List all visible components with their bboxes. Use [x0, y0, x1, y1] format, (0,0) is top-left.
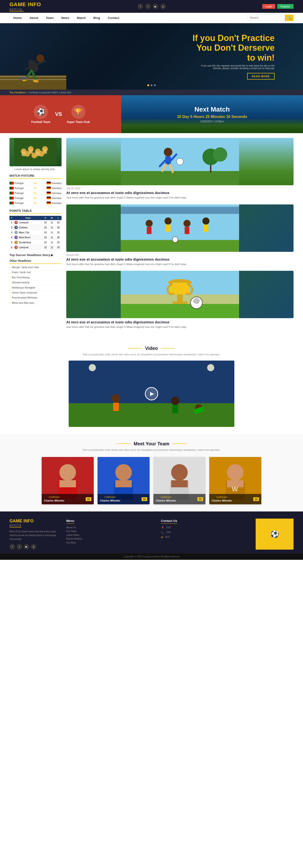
article-title-1: At vero eos et accusamus et iusto odio d… — [66, 191, 294, 195]
l-cell: 20 — [55, 220, 62, 225]
svg-point-40 — [165, 217, 172, 224]
copyright-text: Copyright © 2021 Company Name All rights… — [124, 555, 179, 558]
phone-icon: 📞 — [161, 531, 164, 534]
headline-text[interactable]: Okwuda hacking — [12, 281, 29, 284]
pinterest-icon[interactable]: p — [160, 4, 166, 9]
footer-link-team[interactable]: Our Team — [66, 530, 152, 532]
svg-point-58 — [207, 364, 214, 371]
nav-contact[interactable]: contact — [104, 13, 123, 23]
rank-cell: 4 — [9, 235, 14, 240]
nav-search: 🔍 — [247, 15, 294, 21]
svg-point-26 — [164, 148, 172, 156]
team-cell: ⚽ Chelsea — [14, 225, 42, 230]
nav-about[interactable]: About — [26, 13, 42, 23]
player-num-3: 12 — [197, 497, 203, 501]
table-row: 3 ⚽ Manc City 10 11 20 — [9, 230, 62, 235]
svg-rect-34 — [210, 165, 211, 172]
fixture-row: Portugal Vs Germany — [9, 181, 62, 186]
p-cell: 10 — [42, 240, 48, 245]
w-cell: 12 — [48, 245, 55, 250]
team-dot: ⚽ — [14, 221, 18, 224]
svg-point-70 — [115, 464, 132, 481]
headline-text[interactable]: James Vardy composed — [12, 291, 37, 294]
w-cell: 11 — [48, 225, 55, 230]
team-card-1: Goalkeeper Charles Wheeler 12 — [42, 457, 94, 504]
social-icons: f t ▶ p — [138, 4, 166, 9]
nav-match[interactable]: Match — [73, 13, 90, 23]
svg-rect-11 — [19, 77, 28, 80]
svg-rect-41 — [166, 224, 170, 232]
team-card-overlay-3: Goalkeeper Charles Wheeler 12 — [154, 494, 205, 504]
footer-logo-line — [9, 527, 21, 527]
footer-contact-title: Contact Us — [161, 519, 177, 524]
nav-bar: Home About Team News Match Blog contact … — [0, 13, 303, 23]
flag-de — [47, 182, 51, 185]
breadcrumb-current: Contrary to popular belief, Lorem Ipsi — [28, 91, 71, 94]
svg-point-33 — [213, 147, 227, 161]
match-fixture-title: Match Fixture — [9, 174, 62, 179]
team-group-photo — [9, 138, 62, 166]
team1-logo: ⚽ — [34, 105, 48, 119]
article-img-svg-3 — [66, 271, 294, 318]
match-left-panel: ⚽ Football Team VS 🏆 Super Team Club — [0, 95, 121, 133]
table-row: 6 ⚽ Liverpool 10 12 20 — [9, 245, 62, 250]
svg-rect-20 — [22, 151, 26, 156]
article-img-svg-1 — [66, 138, 294, 185]
hero-dot-3[interactable] — [154, 84, 156, 86]
svg-rect-25 — [121, 171, 239, 185]
list-item: ›James Vardy composed — [9, 291, 62, 296]
footer-link-articles[interactable]: Recent Articles — [66, 537, 152, 540]
footer-link-news[interactable]: Latest News — [66, 534, 152, 536]
hero-dot-1[interactable] — [147, 84, 149, 86]
headline-text[interactable]: Messi wins Bad case... — [12, 302, 36, 304]
video-section: Video Sed ut perspiciatis unde omnis ist… — [0, 339, 303, 434]
headlines-list: ›Wenger: Vardy won't start›Evans: Vardy … — [9, 265, 62, 306]
search-button[interactable]: 🔍 — [285, 15, 294, 21]
footer-youtube-icon[interactable]: ▶ — [24, 544, 29, 550]
footer-link-blog[interactable]: Our Blog — [66, 541, 152, 544]
footer-logo-game: GAME INFO — [9, 519, 57, 524]
headline-text[interactable]: Ben Ford Aidong — [12, 276, 30, 279]
team-name: Liverpool — [19, 246, 28, 249]
team-name: Liverpool — [19, 221, 28, 224]
twitter-icon[interactable]: t — [145, 4, 151, 9]
video-subtext: Sed ut perspiciatis unde omnis iste natu… — [9, 353, 294, 356]
flag-pt — [9, 187, 14, 189]
bullet-icon: › — [9, 297, 10, 300]
footer-social: f t ▶ p — [9, 544, 57, 550]
login-button[interactable]: Login — [262, 4, 275, 9]
svg-point-59 — [112, 394, 120, 403]
hero-dots — [147, 84, 156, 86]
team-cell: ⚽ Liverpool — [14, 245, 42, 250]
nav-home[interactable]: Home — [9, 13, 26, 23]
nav-blog[interactable]: Blog — [90, 13, 104, 23]
headline-text[interactable]: Arsenal target Mitriniyan — [12, 297, 37, 299]
facebook-icon[interactable]: f — [138, 4, 143, 9]
hero-read-more-button[interactable]: READ MORE — [247, 73, 275, 80]
nav-news[interactable]: News — [58, 13, 73, 23]
svg-rect-37 — [121, 240, 239, 252]
footer-twitter-icon[interactable]: t — [16, 544, 22, 550]
hero-section: If you Don't Practice You Don't Derserve… — [0, 23, 303, 90]
team-subtext: Sed ut perspiciatis unde omnis iste natu… — [9, 448, 294, 451]
footer-facebook-icon[interactable]: f — [9, 544, 15, 550]
play-button[interactable]: ▶ — [145, 387, 158, 400]
footer-pinterest-icon[interactable]: p — [31, 544, 36, 550]
fixture-row: Portugal Vs Germany — [9, 196, 62, 200]
register-button[interactable]: Register — [277, 4, 294, 9]
team-grid: Goalkeeper Charles Wheeler 12 Goalkeeper — [9, 457, 294, 504]
headline-text[interactable]: Wolfsburg's Wortigkeit — [12, 286, 35, 289]
svg-point-66 — [59, 464, 76, 481]
breadcrumb-home[interactable]: Top Headlines — [9, 91, 26, 94]
footer-link-about[interactable]: About Us — [66, 526, 152, 529]
player-pos-4: Goalkeeper — [212, 496, 232, 498]
l-cell: 20 — [55, 225, 62, 230]
svg-rect-23 — [43, 149, 47, 154]
flag-de — [47, 192, 51, 194]
headline-text[interactable]: Wenger: Vardy won't start — [12, 266, 39, 269]
nav-team[interactable]: Team — [42, 13, 58, 23]
hero-dot-2[interactable] — [150, 84, 153, 86]
youtube-icon[interactable]: ▶ — [153, 4, 158, 9]
headline-text[interactable]: Evans: Vardy Just — [12, 271, 31, 274]
search-input[interactable] — [247, 15, 285, 21]
